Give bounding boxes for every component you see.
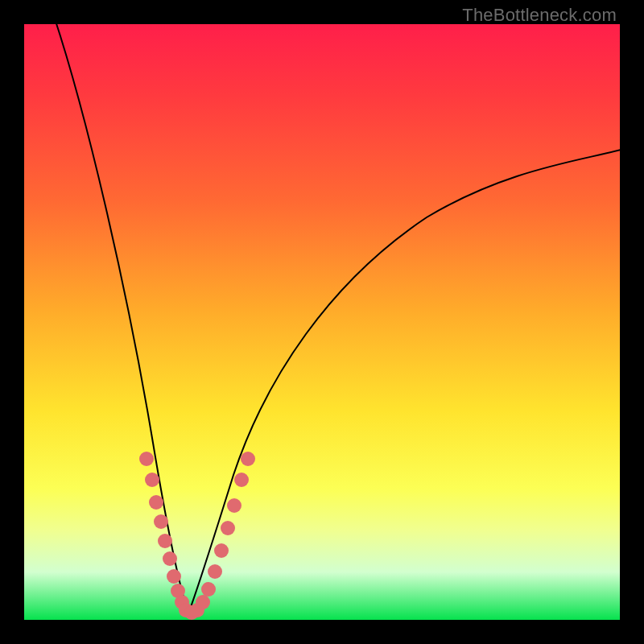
watermark-text: TheBottleneck.com — [462, 5, 617, 26]
svg-point-12 — [196, 595, 210, 609]
svg-point-6 — [167, 569, 181, 584]
svg-point-15 — [214, 543, 229, 558]
chart-frame: TheBottleneck.com — [0, 0, 644, 644]
bottleneck-curve-left — [54, 16, 188, 613]
bottleneck-curve-right — [188, 149, 624, 613]
svg-point-4 — [158, 534, 172, 548]
svg-point-16 — [221, 521, 235, 535]
svg-point-18 — [234, 473, 249, 487]
svg-point-14 — [208, 564, 222, 579]
svg-point-1 — [145, 473, 159, 487]
curve-layer — [24, 24, 620, 620]
svg-point-13 — [201, 582, 216, 597]
svg-point-2 — [149, 495, 163, 510]
svg-point-19 — [241, 452, 255, 466]
svg-point-5 — [163, 551, 177, 566]
sample-dots — [139, 452, 255, 620]
plot-area — [24, 24, 620, 620]
svg-point-17 — [227, 498, 242, 513]
svg-point-3 — [154, 514, 168, 529]
svg-point-0 — [139, 452, 154, 466]
